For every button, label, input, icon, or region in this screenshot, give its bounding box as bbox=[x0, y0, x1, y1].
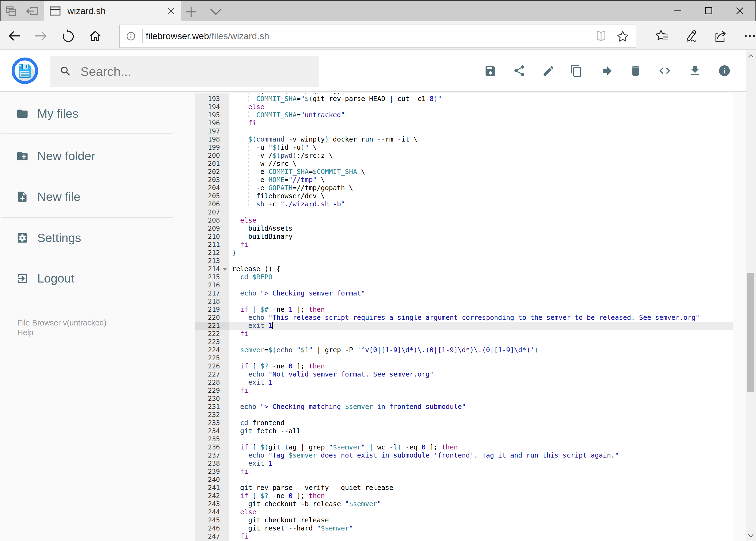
back-button[interactable] bbox=[4, 21, 25, 50]
scrollbar-down-arrow[interactable] bbox=[746, 530, 756, 541]
code-line[interactable]: exit 1 bbox=[195, 322, 733, 330]
sidebar-item-my-files[interactable]: My files bbox=[0, 97, 174, 130]
code-line[interactable]: -e GOPATH=//tmp/gopath \ bbox=[195, 184, 733, 192]
code-line[interactable] bbox=[195, 127, 733, 135]
code-line[interactable]: } bbox=[195, 249, 733, 257]
code-line[interactable] bbox=[195, 338, 733, 346]
window-maximize-button[interactable] bbox=[696, 0, 721, 21]
code-line[interactable]: release () { bbox=[195, 265, 733, 273]
raw-code-button[interactable] bbox=[658, 64, 671, 77]
code-line[interactable]: cd $REPO bbox=[195, 273, 733, 281]
code-line[interactable]: -w //src \ bbox=[195, 160, 733, 168]
rename-button[interactable] bbox=[542, 64, 555, 77]
window-close-button[interactable] bbox=[727, 0, 752, 21]
browser-tab[interactable]: wizard.sh bbox=[44, 1, 181, 21]
more-menu-icon[interactable] bbox=[739, 21, 756, 50]
code-line[interactable]: COMMIT_SHA="$(git rev-parse HEAD | cut -… bbox=[195, 95, 733, 103]
code-line[interactable]: $(command -v winpty) docker run --rm -it… bbox=[195, 135, 733, 144]
code-line[interactable]: if [ $? -ne 0 ]; then bbox=[195, 362, 733, 370]
share-icon[interactable] bbox=[710, 21, 731, 50]
sidebar-item-new-file[interactable]: New file bbox=[0, 181, 174, 214]
save-button[interactable] bbox=[484, 64, 497, 77]
code-line[interactable]: git checkout release bbox=[195, 516, 733, 524]
code-line[interactable]: echo "Not valid semver format. See semve… bbox=[195, 370, 733, 378]
code-line[interactable]: -u "$(id -u)" \ bbox=[195, 144, 733, 152]
code-line[interactable]: -v /$(pwd):/src:z \ bbox=[195, 152, 733, 160]
code-line[interactable] bbox=[195, 435, 733, 443]
info-button[interactable] bbox=[718, 64, 731, 77]
code-line[interactable]: else bbox=[195, 216, 733, 225]
url-field[interactable]: filebrowser.web/files/wizard.sh bbox=[119, 25, 636, 48]
sidebar-item-settings[interactable]: Settings bbox=[0, 222, 174, 255]
code-line[interactable]: fi bbox=[195, 386, 733, 395]
code-line[interactable]: echo "This release script requires a sin… bbox=[195, 313, 733, 322]
code-line[interactable]: echo "Tag $semver does not exist in subm… bbox=[195, 451, 733, 459]
code-line[interactable]: git checkout -b release "$semver" bbox=[195, 500, 733, 508]
code-line[interactable]: echo "> Checking matching $semver in fro… bbox=[195, 403, 733, 411]
code-line[interactable]: -e HOME="//tmp" \ bbox=[195, 176, 733, 184]
reading-view-icon[interactable] bbox=[595, 31, 607, 41]
code-line[interactable]: COMMIT_SHA="untracked" bbox=[195, 111, 733, 119]
tab-list-chevron-icon[interactable] bbox=[210, 8, 222, 15]
sidebar-item-new-folder[interactable]: New folder bbox=[0, 140, 174, 173]
code-line[interactable] bbox=[195, 354, 733, 362]
code-line[interactable]: fi bbox=[195, 467, 733, 476]
window-minimize-button[interactable] bbox=[665, 0, 690, 21]
site-info-icon[interactable] bbox=[126, 32, 135, 41]
delete-button[interactable] bbox=[629, 64, 642, 77]
code-line[interactable]: -e COMMIT_SHA=$COMMIT_SHA \ bbox=[195, 168, 733, 176]
code-line[interactable]: sh -c "./wizard.sh -b" bbox=[195, 200, 733, 208]
code-line[interactable]: buildAssets bbox=[195, 225, 733, 233]
code-line[interactable]: if [ $# -ne 1 ]; then bbox=[195, 305, 733, 313]
sidebar-item-logout[interactable]: Logout bbox=[0, 262, 174, 295]
code-line[interactable]: else bbox=[195, 508, 733, 516]
code-line[interactable]: git fetch --all bbox=[195, 427, 733, 435]
forward-button[interactable] bbox=[30, 21, 52, 50]
set-tabs-aside-icon[interactable] bbox=[26, 6, 38, 16]
code-line[interactable] bbox=[195, 395, 733, 403]
share-file-button[interactable] bbox=[513, 64, 526, 77]
code-line[interactable]: cd frontend bbox=[195, 419, 733, 427]
home-button[interactable] bbox=[85, 21, 106, 50]
code-line[interactable]: fi bbox=[195, 241, 733, 249]
scrollbar-up-arrow[interactable] bbox=[746, 50, 756, 61]
copy-button[interactable] bbox=[570, 64, 583, 77]
code-line[interactable]: git rev-parse --verify --quiet release bbox=[195, 484, 733, 492]
code-line[interactable] bbox=[195, 208, 733, 216]
code-editor[interactable]: if [ -d "$REPO/.git" ]; then COMMIT_SHA=… bbox=[195, 94, 733, 541]
code-line[interactable]: semver=$(echo "$1" | grep -P '^v(0|[1-9]… bbox=[195, 346, 733, 354]
search-bar[interactable]: Search... bbox=[50, 56, 319, 87]
code-line[interactable]: fi bbox=[195, 119, 733, 127]
code-line[interactable] bbox=[195, 257, 733, 265]
code-line[interactable]: git reset --hard "$semver" bbox=[195, 524, 733, 532]
code-line[interactable]: exit 1 bbox=[195, 459, 733, 467]
code-line[interactable]: exit 1 bbox=[195, 378, 733, 386]
code-lines[interactable]: if [ -d "$REPO/.git" ]; then COMMIT_SHA=… bbox=[195, 94, 733, 540]
code-line[interactable]: fi bbox=[195, 330, 733, 338]
refresh-button[interactable] bbox=[58, 21, 79, 50]
page-scrollbar[interactable] bbox=[746, 50, 756, 541]
help-link[interactable]: Help bbox=[17, 328, 106, 337]
code-line[interactable]: filebrowser/dev \ bbox=[195, 192, 733, 200]
code-line[interactable]: if [ $(git tag | grep "$semver" | wc -l)… bbox=[195, 443, 733, 451]
ink-notes-icon[interactable] bbox=[681, 21, 702, 50]
fold-widget-icon[interactable] bbox=[222, 268, 227, 271]
download-button[interactable] bbox=[688, 64, 701, 77]
filebrowser-logo[interactable] bbox=[12, 58, 38, 84]
add-favorite-star-icon[interactable] bbox=[617, 31, 629, 42]
code-line[interactable]: if [ $? -ne 0 ]; then bbox=[195, 492, 733, 500]
code-line[interactable]: buildBinary bbox=[195, 233, 733, 241]
code-line[interactable]: fi bbox=[195, 532, 733, 540]
tab-close-icon[interactable] bbox=[167, 7, 175, 15]
code-line[interactable] bbox=[195, 411, 733, 419]
tab-preview-icon[interactable] bbox=[6, 6, 16, 16]
code-line[interactable]: echo "> Checking semver format" bbox=[195, 289, 733, 297]
favorites-hub-icon[interactable] bbox=[651, 21, 673, 50]
code-line[interactable] bbox=[195, 297, 733, 305]
code-line[interactable] bbox=[195, 281, 733, 289]
move-button[interactable] bbox=[601, 64, 614, 77]
code-line[interactable] bbox=[195, 476, 733, 484]
new-tab-icon[interactable] bbox=[186, 6, 196, 17]
code-line[interactable]: else bbox=[195, 103, 733, 111]
scrollbar-thumb[interactable] bbox=[747, 273, 754, 392]
